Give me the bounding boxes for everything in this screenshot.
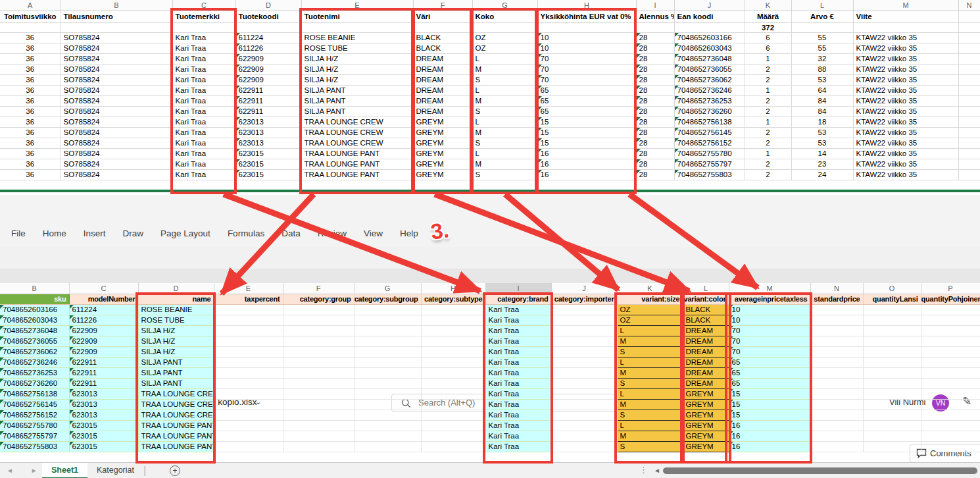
cell-size[interactable]: L [472,117,537,127]
cell-size[interactable]: OZ [472,43,537,53]
cell-color[interactable]: GREYM [683,388,729,399]
cell-price[interactable]: 16 [537,159,636,169]
cell-price[interactable]: 16 [537,148,636,159]
column-letter-B[interactable]: B [0,283,69,294]
cell[interactable] [853,22,958,32]
cell-value[interactable]: 84 [791,106,853,117]
column-letter-B[interactable]: B [61,0,172,11]
cell-size[interactable]: M [472,127,537,138]
cell-size[interactable]: L [472,85,537,95]
cell-stdprice[interactable] [810,388,863,399]
cell-subtype[interactable] [421,388,485,399]
cell-blank[interactable] [958,95,980,106]
cell-name[interactable]: TRAA LOUNGE PANT [138,431,214,441]
cell-avgprice[interactable]: 70 [729,325,810,336]
cell-brand[interactable]: Kari Traa [172,85,235,95]
cell-discount[interactable]: 28 [636,106,674,117]
cell-model[interactable]: 622911 [69,357,138,367]
column-letter-K[interactable]: K [617,283,683,294]
cell-code[interactable]: 622909 [235,64,301,74]
cell-week[interactable]: 36 [0,117,61,127]
cell-order[interactable]: SO785824 [61,159,172,169]
cell[interactable] [537,22,636,32]
cell-model[interactable]: 623015 [69,420,138,431]
cell-color[interactable]: DREAM [683,367,729,378]
cell-sku[interactable]: 7048652736246 [0,357,69,367]
cell-avgprice[interactable]: 70 [729,336,810,346]
cell-sku[interactable]: 7048652736062 [0,346,69,357]
cell-qpohjoinen[interactable] [921,346,980,357]
cell-subtype[interactable] [421,325,485,336]
cell-name[interactable]: SILJA H/Z [301,64,413,74]
cell-qlansi[interactable] [863,304,921,315]
cell-brand[interactable]: Kari Traa [485,346,551,357]
cell-code[interactable]: 623013 [235,138,301,148]
cell-tax[interactable] [214,304,283,315]
cell-brand[interactable]: Kari Traa [172,53,235,64]
header-sku[interactable]: sku [0,294,69,304]
cell-color[interactable]: GREYM [413,117,472,127]
cell[interactable] [674,22,745,32]
cell-subtype[interactable] [421,367,485,378]
cell-group[interactable] [283,410,354,420]
cell-brand[interactable]: Kari Traa [485,420,551,431]
cell-week[interactable]: 36 [0,53,61,64]
cell-ean[interactable]: 7048652736048 [674,53,745,64]
cell-qpohjoinen[interactable] [921,336,980,346]
column-letter-M[interactable]: M [853,0,958,11]
tab-sheet1[interactable]: Sheet1 [42,463,87,478]
sheet-nav-arrows[interactable]: ◄ ► [7,463,45,478]
cell-ref[interactable]: KTAW22 viikko 35 [853,106,958,117]
column-letter-F[interactable]: F [413,0,472,11]
menu-tab-page-layout[interactable]: Page Layout [152,220,219,247]
column-letter-G[interactable]: G [472,0,537,11]
cell-importer[interactable] [551,346,617,357]
cell-qpohjoinen[interactable] [921,378,980,388]
cell-ean[interactable]: 7048652603043 [674,43,745,53]
header-blank[interactable] [958,11,980,22]
column-letter-E[interactable]: E [214,283,283,294]
cell-discount[interactable]: 28 [636,159,674,169]
cell-qlansi[interactable] [863,315,921,325]
cell[interactable] [235,22,301,32]
menu-tab-help[interactable]: Help [391,220,427,247]
cell-discount[interactable]: 28 [636,95,674,106]
cell-qty[interactable]: 1 [745,85,791,95]
cell-ean[interactable]: 7048652736253 [674,95,745,106]
column-letter-J[interactable]: J [551,283,617,294]
cell-subgroup[interactable] [354,367,421,378]
cell-model[interactable]: 622911 [69,378,138,388]
cell-qlansi[interactable] [863,357,921,367]
cell-sku[interactable]: 7048652755780 [0,420,69,431]
cell-model[interactable]: 622909 [69,346,138,357]
cell-group[interactable] [283,315,354,325]
cell-price[interactable]: 70 [537,53,636,64]
cell-week[interactable]: 36 [0,74,61,85]
cell-color[interactable]: DREAM [683,325,729,336]
column-letter-I[interactable]: I [636,0,674,11]
cell-brand[interactable]: Kari Traa [172,32,235,43]
cell-tax[interactable] [214,431,283,441]
cell[interactable] [472,22,537,32]
cell-name[interactable]: TRAA LOUNGE CREW [301,138,413,148]
cell-ref[interactable]: KTAW22 viikko 35 [853,74,958,85]
cell-importer[interactable] [551,304,617,315]
cell-model[interactable]: 623015 [69,431,138,441]
cell[interactable] [61,22,172,32]
cell-order[interactable]: SO785824 [61,148,172,159]
cell-code[interactable]: 611226 [235,43,301,53]
cell-brand[interactable]: Kari Traa [172,159,235,169]
cell-subtype[interactable] [421,399,485,410]
cell-avgprice[interactable]: 16 [729,420,810,431]
cell-discount[interactable]: 28 [636,85,674,95]
cell-size[interactable]: L [617,388,683,399]
cell-sku[interactable]: 7048652756145 [0,399,69,410]
cell-value[interactable]: 14 [791,148,853,159]
header-size[interactable]: variant:size [617,294,683,304]
cell-code[interactable]: 623013 [235,127,301,138]
cell-name[interactable]: TRAA LOUNGE CREW [301,127,413,138]
cell-tax[interactable] [214,315,283,325]
cell-model[interactable]: 622909 [69,325,138,336]
cell-name[interactable]: ROSE BEANIE [301,32,413,43]
cell-price[interactable]: 70 [537,74,636,85]
